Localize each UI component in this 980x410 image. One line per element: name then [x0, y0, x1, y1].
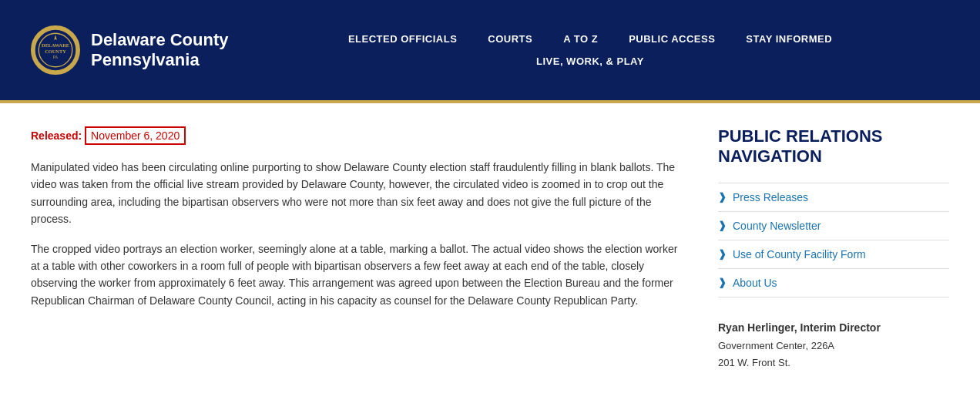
chevron-right-icon: ❱: [718, 220, 727, 231]
chevron-right-icon: ❱: [718, 248, 727, 260]
nav-row-2: LIVE, WORK, & PLAY: [536, 55, 644, 67]
sidebar-nav-title: PUBLIC RELATIONS NAVIGATION: [718, 126, 949, 167]
sidebar-nav-list: ❱ Press Releases ❱ County Newsletter ❱ U…: [718, 183, 949, 297]
contact-address-line1: Government Center, 226A: [718, 338, 949, 355]
svg-text:COUNTY: COUNTY: [45, 49, 66, 54]
article-paragraph-2: The cropped video portrays an election w…: [31, 240, 687, 310]
article-paragraph-1: Manipulated video has been circulating o…: [31, 159, 687, 228]
contact-name: Ryan Herlinger, Interim Director: [718, 319, 949, 338]
sidebar: PUBLIC RELATIONS NAVIGATION ❱ Press Rele…: [718, 126, 949, 371]
logo-seal: DELAWARE COUNTY PA: [31, 25, 80, 75]
nav-a-to-z[interactable]: A TO Z: [563, 33, 598, 45]
sidebar-nav-item-about-us[interactable]: ❱ About Us: [718, 269, 949, 297]
nav-public-access[interactable]: PUBLIC ACCESS: [629, 33, 715, 45]
site-header: DELAWARE COUNTY PA Delaware County Penns…: [0, 0, 980, 100]
svg-text:DELAWARE: DELAWARE: [42, 42, 69, 48]
nav-row-1: ELECTED OFFICIALS COURTS A TO Z PUBLIC A…: [348, 33, 832, 45]
chevron-right-icon: ❱: [718, 277, 727, 288]
sidebar-link-facility-form[interactable]: Use of County Facility Form: [733, 248, 866, 260]
main-nav: ELECTED OFFICIALS COURTS A TO Z PUBLIC A…: [231, 33, 949, 67]
svg-text:PA: PA: [53, 55, 59, 59]
sidebar-link-about-us[interactable]: About Us: [733, 277, 777, 289]
main-content: Released: November 6, 2020 Manipulated v…: [0, 103, 980, 395]
nav-elected-officials[interactable]: ELECTED OFFICIALS: [348, 33, 457, 45]
nav-courts[interactable]: COURTS: [488, 33, 532, 45]
sidebar-link-county-newsletter[interactable]: County Newsletter: [733, 220, 821, 232]
released-label: Released:: [31, 129, 82, 142]
released-date: November 6, 2020: [85, 126, 186, 145]
sidebar-link-press-releases[interactable]: Press Releases: [733, 191, 808, 203]
site-logo[interactable]: DELAWARE COUNTY PA Delaware County Penns…: [31, 25, 231, 75]
sidebar-nav-item-facility-form[interactable]: ❱ Use of County Facility Form: [718, 240, 949, 269]
contact-address-line2: 201 W. Front St.: [718, 355, 949, 371]
released-line: Released: November 6, 2020: [31, 126, 687, 145]
nav-live-work-play[interactable]: LIVE, WORK, & PLAY: [536, 55, 644, 67]
sidebar-nav-item-press-releases[interactable]: ❱ Press Releases: [718, 183, 949, 212]
chevron-right-icon: ❱: [718, 191, 727, 203]
sidebar-nav-item-county-newsletter[interactable]: ❱ County Newsletter: [718, 212, 949, 240]
article-body: Released: November 6, 2020 Manipulated v…: [31, 126, 687, 371]
contact-block: Ryan Herlinger, Interim Director Governm…: [718, 319, 949, 371]
logo-text: Delaware County Pennsylvania: [91, 30, 229, 71]
nav-stay-informed[interactable]: STAY INFORMED: [746, 33, 832, 45]
